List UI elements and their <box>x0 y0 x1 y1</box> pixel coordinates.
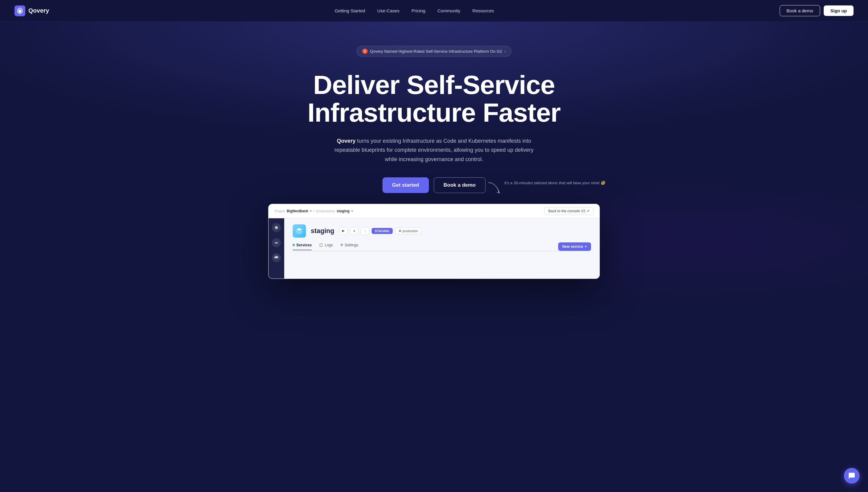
env-controls: ▶ ⏸ ⋮ STAGING 🖥 production <box>339 227 421 235</box>
breadcrumb-env-value: staging ▾ <box>337 209 353 213</box>
settings-icon: ⚙ <box>340 243 343 247</box>
signup-button[interactable]: Sign up <box>824 5 853 16</box>
get-started-button[interactable]: Get started <box>382 177 429 193</box>
logo-link[interactable]: Qovery <box>15 5 49 16</box>
tab-logs[interactable]: 📋 Logs <box>319 243 333 250</box>
nav-getting-started[interactable]: Getting Started <box>335 8 365 13</box>
new-service-label: New service <box>562 245 583 249</box>
tab-services[interactable]: Services <box>292 243 312 250</box>
back-console-label: Back to the console V2 <box>548 209 585 213</box>
play-button[interactable]: ▶ <box>339 227 348 235</box>
production-badge: 🖥 production <box>395 228 421 234</box>
app-preview: Project BigNeoBank ▾ / Environment stagi… <box>268 204 600 279</box>
chat-icon <box>848 472 855 479</box>
hero-cta-row: Get started Book a demo It's a 30-minute… <box>382 177 486 193</box>
preview-main: staging ▶ ⏸ ⋮ STAGING 🖥 production <box>284 218 600 278</box>
back-console-button[interactable]: Back to the console V2 ↗ <box>544 207 593 215</box>
g2-icon: G <box>362 48 368 54</box>
hero-subtitle: Qovery turns your existing Infrastructur… <box>331 137 537 164</box>
env-name-label: staging <box>311 227 334 235</box>
sidebar-layers-icon[interactable] <box>272 238 281 247</box>
tab-settings[interactable]: ⚙ Settings <box>340 243 358 250</box>
chevron-right-icon: › <box>505 49 506 54</box>
breadcrumb-separator: / <box>313 209 314 213</box>
breadcrumb-project-value: BigNeoBank ▾ <box>287 209 312 213</box>
svg-point-1 <box>275 226 278 229</box>
chat-widget-button[interactable] <box>844 468 860 484</box>
breadcrumb-env-label: Environment <box>316 209 335 213</box>
new-service-button[interactable]: New service + <box>558 242 591 251</box>
preview-breadcrumb: Project BigNeoBank ▾ / Environment stagi… <box>275 209 353 213</box>
services-status-dot <box>292 244 295 246</box>
env-title-row: staging ▶ ⏸ ⋮ STAGING 🖥 production <box>292 224 591 238</box>
arrow-icon <box>488 181 503 194</box>
announcement-badge[interactable]: G Qovery Named Highest-Rated Self-Servic… <box>356 46 512 57</box>
subtitle-rest: turns your existing Infrastructure as Co… <box>334 138 534 162</box>
nav-links: Getting Started Use-Cases Pricing Commun… <box>335 8 494 14</box>
logo-text: Qovery <box>28 7 49 14</box>
sidebar-home-icon[interactable] <box>272 223 281 232</box>
preview-topbar: Project BigNeoBank ▾ / Environment stagi… <box>268 204 600 218</box>
preview-topbar-right: Back to the console V2 ↗ <box>544 207 593 215</box>
pause-button[interactable]: ⏸ <box>350 227 358 235</box>
hero-headline: Deliver Self-Service Infrastructure Fast… <box>307 71 561 127</box>
logo-icon <box>15 5 25 16</box>
svg-rect-3 <box>275 243 278 244</box>
book-demo-nav-button[interactable]: Book a demo <box>780 5 820 16</box>
layers-icon <box>296 227 303 235</box>
svg-rect-2 <box>275 242 278 243</box>
book-demo-hero-button[interactable]: Book a demo <box>434 177 486 193</box>
sidebar-cloud-icon[interactable] <box>272 253 281 262</box>
tab-services-label: Services <box>296 243 312 247</box>
staging-badge: STAGING <box>372 228 392 234</box>
nav-pricing[interactable]: Pricing <box>412 8 426 13</box>
more-button[interactable]: ⋮ <box>361 227 369 235</box>
external-link-icon: ↗ <box>587 209 589 213</box>
nav-community[interactable]: Community <box>437 8 460 13</box>
nav-actions: Book a demo Sign up <box>780 5 853 16</box>
headline-line2: Infrastructure Faster <box>307 98 561 127</box>
breadcrumb-project-label: Project <box>275 209 285 213</box>
logs-icon: 📋 <box>319 243 323 247</box>
tab-settings-label: Settings <box>345 243 358 247</box>
demo-hint-text: It's a 30-minutes tailored demo that wil… <box>504 181 605 185</box>
hero-section: G Qovery Named Highest-Rated Self-Servic… <box>0 22 868 297</box>
preview-sidebar <box>268 218 284 278</box>
preview-tabs: Services 📋 Logs ⚙ Settings New service + <box>292 242 591 251</box>
subtitle-bold: Qovery <box>337 138 356 144</box>
env-icon <box>292 224 306 238</box>
demo-hint: It's a 30-minutes tailored demo that wil… <box>488 173 605 194</box>
nav-use-cases[interactable]: Use-Cases <box>377 8 399 13</box>
navbar: Qovery Getting Started Use-Cases Pricing… <box>0 0 868 22</box>
headline-line1: Deliver Self-Service <box>313 70 555 100</box>
tab-logs-label: Logs <box>325 243 333 247</box>
plus-icon: + <box>585 245 587 249</box>
preview-body: staging ▶ ⏸ ⋮ STAGING 🖥 production <box>268 218 600 278</box>
nav-resources[interactable]: Resources <box>472 8 494 13</box>
announcement-text: Qovery Named Highest-Rated Self-Service … <box>370 49 502 54</box>
